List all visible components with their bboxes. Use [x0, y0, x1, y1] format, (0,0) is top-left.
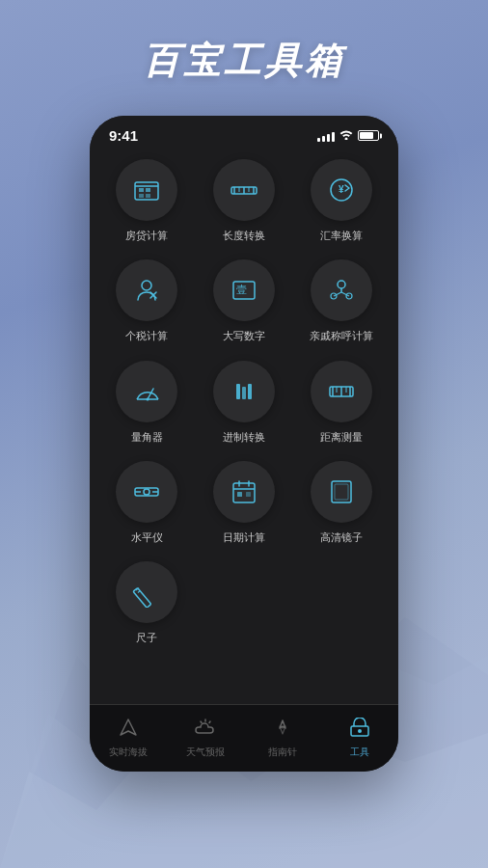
- svg-rect-51: [335, 484, 348, 500]
- tool-distance-label: 距离测量: [320, 430, 363, 444]
- tool-kinship[interactable]: 亲戚称呼计算: [297, 259, 385, 342]
- svg-rect-52: [133, 588, 151, 608]
- tools-grid: 房贷计算 长度转换: [103, 159, 385, 654]
- tool-kinship-label: 亲戚称呼计算: [310, 329, 373, 342]
- svg-rect-48: [237, 492, 242, 497]
- tab-tools-icon: [349, 718, 370, 742]
- tab-compass-icon: [272, 718, 293, 742]
- tab-compass[interactable]: 指南针: [244, 718, 321, 759]
- tool-base-label: 进制转换: [223, 430, 265, 444]
- tool-mirror-label: 高清镜子: [320, 530, 363, 544]
- tab-compass-label: 指南针: [268, 746, 297, 759]
- tool-date-label: 日期计算: [223, 530, 265, 544]
- tool-angle-label: 量角器: [131, 430, 163, 444]
- tool-writing-label: 大写数字: [223, 329, 265, 342]
- svg-point-30: [147, 397, 149, 400]
- tool-tax[interactable]: 个税计算: [103, 259, 191, 342]
- status-icons: [317, 128, 379, 143]
- svg-line-57: [209, 721, 210, 723]
- tab-weather-icon: [195, 718, 216, 742]
- tool-writing[interactable]: 壹 大写数字: [201, 259, 288, 342]
- tool-tax-label: 个税计算: [125, 329, 168, 342]
- tab-tools[interactable]: 工具: [321, 718, 398, 759]
- tool-ruler-label: 尺子: [136, 631, 157, 644]
- tab-radar-label: 实时海拔: [109, 746, 148, 759]
- status-bar: 9:41: [90, 116, 398, 149]
- svg-rect-49: [246, 492, 251, 497]
- tab-bar: 实时海拔 天气预报 指南针: [90, 704, 398, 772]
- svg-rect-32: [242, 387, 246, 399]
- svg-rect-7: [146, 194, 150, 198]
- tool-base[interactable]: 进制转换: [201, 361, 288, 444]
- svg-point-17: [142, 281, 151, 290]
- tool-angle[interactable]: 量角器: [103, 361, 191, 444]
- svg-line-58: [201, 721, 202, 723]
- tool-ruler[interactable]: 尺子: [103, 561, 191, 644]
- svg-point-41: [144, 489, 149, 495]
- tab-radar-icon: [118, 718, 139, 742]
- battery-icon: [358, 130, 379, 141]
- tool-mortgage[interactable]: 房贷计算: [103, 159, 191, 242]
- page-title: 百宝工具箱: [0, 37, 488, 86]
- tool-level-label: 水平仪: [131, 530, 163, 544]
- svg-rect-33: [248, 384, 252, 399]
- tool-distance[interactable]: 距离测量: [297, 361, 385, 444]
- status-time: 9:41: [109, 127, 138, 144]
- tool-length-label: 长度转换: [223, 229, 265, 242]
- svg-text:壹: 壹: [236, 284, 247, 295]
- svg-rect-5: [146, 188, 150, 192]
- svg-rect-44: [233, 483, 255, 502]
- tab-weather-label: 天气预报: [186, 746, 225, 759]
- signal-icon: [317, 130, 335, 142]
- phone-frame: 9:41: [90, 116, 398, 772]
- svg-line-27: [341, 292, 349, 296]
- tool-mirror[interactable]: 高清镜子: [297, 461, 385, 544]
- tab-radar[interactable]: 实时海拔: [90, 718, 167, 759]
- svg-text:¥: ¥: [339, 184, 344, 195]
- wifi-icon: [339, 128, 353, 143]
- svg-rect-31: [236, 384, 240, 399]
- tool-length[interactable]: 长度转换: [201, 159, 288, 242]
- tool-date[interactable]: 日期计算: [201, 461, 288, 544]
- svg-point-22: [338, 281, 345, 288]
- tool-exchange-label: 汇率换算: [320, 229, 363, 242]
- tool-level[interactable]: 水平仪: [103, 461, 191, 544]
- tool-mortgage-label: 房贷计算: [125, 229, 168, 242]
- svg-line-54: [138, 591, 140, 593]
- svg-line-26: [334, 292, 341, 296]
- tool-exchange[interactable]: ¥ 汇率换算: [297, 159, 385, 242]
- svg-point-62: [358, 729, 362, 733]
- svg-marker-55: [121, 719, 136, 735]
- svg-rect-6: [139, 194, 144, 198]
- svg-rect-4: [139, 188, 144, 192]
- tab-tools-label: 工具: [350, 746, 369, 759]
- tab-weather[interactable]: 天气预报: [167, 718, 244, 759]
- svg-marker-60: [280, 726, 285, 734]
- app-content: 房贷计算 长度转换: [90, 149, 398, 728]
